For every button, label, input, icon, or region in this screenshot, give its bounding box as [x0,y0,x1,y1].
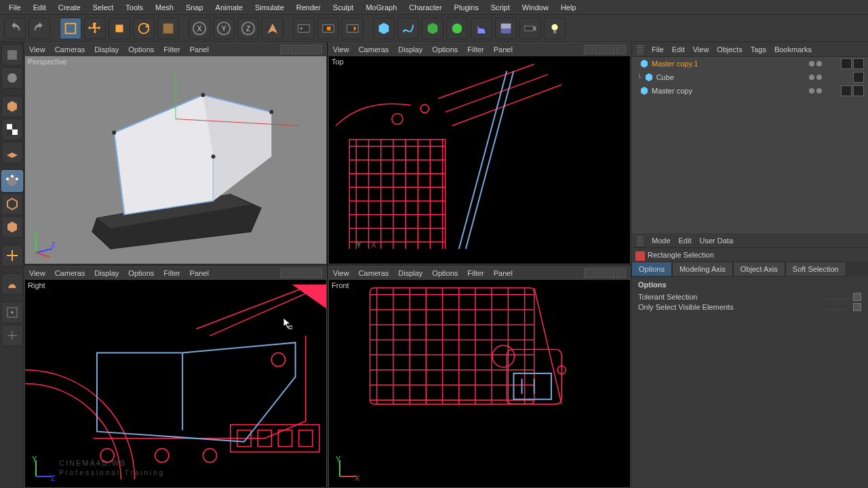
vp-menu-display[interactable]: Display [398,45,422,54]
menu-plugins[interactable]: Plugins [448,1,485,14]
viewport-top[interactable]: View Cameras Display Options Filter Pane… [328,42,631,264]
vp-menu-cameras[interactable]: Cameras [55,269,85,277]
vp-nav-icon[interactable] [313,45,322,54]
viewport-right[interactable]: View Cameras Display Options Filter Pane… [24,266,327,488]
redo-button[interactable] [28,18,50,39]
am-menu-userdata[interactable]: User Data [700,237,734,245]
vp-menu-panel[interactable]: Panel [494,45,513,54]
vp-menu-view[interactable]: View [333,269,349,277]
menu-mesh[interactable]: Mesh [149,1,180,14]
vp-nav-icon[interactable] [584,45,593,54]
render-settings-button[interactable] [342,18,363,39]
vp-menu-panel[interactable]: Panel [190,269,209,277]
vp-nav-icon[interactable] [280,45,290,54]
render-region-button[interactable] [317,18,339,39]
object-row[interactable]: └ Cube [631,70,868,84]
checkbox[interactable] [853,293,861,301]
am-menu-edit[interactable]: Edit [679,237,692,245]
x-axis-button[interactable]: X [189,18,210,39]
om-menu-view[interactable]: View [693,45,709,54]
snap-enable-button[interactable] [1,302,23,323]
live-select-button[interactable] [60,18,81,39]
menu-sculpt[interactable]: Sculpt [327,1,360,14]
vp-menu-options[interactable]: Options [432,45,458,54]
add-deformer-button[interactable] [471,18,492,39]
vp-nav-icon[interactable] [606,268,615,278]
add-light-button[interactable] [544,18,566,39]
vp-nav-icon[interactable] [313,268,322,278]
viewport-perspective[interactable]: View Cameras Display Options Filter Pane… [24,42,327,264]
scale-tool-button[interactable] [108,18,130,39]
add-cube-button[interactable] [373,18,395,39]
add-environment-button[interactable] [495,18,517,39]
vp-menu-view[interactable]: View [29,45,45,54]
vp-menu-filter[interactable]: Filter [163,269,180,277]
vp-nav-icon[interactable] [302,45,311,54]
add-camera-button[interactable] [519,18,541,39]
vp-menu-filter[interactable]: Filter [163,45,180,54]
vp-menu-filter[interactable]: Filter [467,269,484,277]
tweak-mode-button[interactable] [1,273,23,295]
rotate-tool-button[interactable] [133,18,155,39]
point-mode-button[interactable] [1,170,23,192]
menu-mograph[interactable]: MoGraph [359,1,403,14]
viewport-front[interactable]: View Cameras Display Options Filter Pane… [328,266,631,488]
menu-snap[interactable]: Snap [180,1,210,14]
menu-select[interactable]: Select [87,1,120,14]
menu-help[interactable]: Help [555,1,583,14]
make-editable-button[interactable] [1,44,23,66]
om-menu-edit[interactable]: Edit [672,45,685,54]
vp-nav-icon[interactable] [291,45,300,54]
vp-menu-cameras[interactable]: Cameras [359,45,389,54]
vp-menu-display[interactable]: Display [94,269,119,277]
last-tool-button[interactable] [157,18,179,39]
render-view-button[interactable] [293,18,315,39]
panel-grip-icon[interactable] [637,236,644,245]
object-row[interactable]: Master copy.1 [631,57,868,70]
add-generator-button[interactable] [446,18,468,39]
attr-tab[interactable]: Modeling Axis [672,262,733,277]
vp-menu-panel[interactable]: Panel [190,45,209,54]
texture-mode-button[interactable] [1,119,23,140]
vp-nav-icon[interactable] [595,268,604,278]
attr-tab[interactable]: Options [631,262,672,277]
tag-icon[interactable] [841,58,852,69]
vp-menu-view[interactable]: View [29,269,45,277]
undo-button[interactable] [4,18,26,39]
vp-menu-display[interactable]: Display [398,269,422,277]
model-mode-button[interactable] [1,67,23,89]
menu-create[interactable]: Create [52,1,87,14]
am-menu-mode[interactable]: Mode [652,237,671,245]
menu-window[interactable]: Window [516,1,555,14]
vp-menu-filter[interactable]: Filter [467,45,484,54]
snap-settings-button[interactable] [1,325,23,346]
polygon-mode-button[interactable] [1,216,23,238]
menu-script[interactable]: Script [485,1,516,14]
add-nurbs-button[interactable] [422,18,443,39]
attr-tab[interactable]: Object Axis [733,262,785,277]
vp-menu-view[interactable]: View [333,45,349,54]
menu-simulate[interactable]: Simulate [249,1,290,14]
vp-nav-icon[interactable] [302,268,311,278]
vp-menu-cameras[interactable]: Cameras [359,269,389,277]
panel-grip-icon[interactable] [637,45,644,54]
object-mode-button[interactable] [1,96,23,117]
vp-nav-icon[interactable] [595,45,604,54]
vp-nav-icon[interactable] [584,268,593,278]
menu-file[interactable]: File [3,1,27,14]
coord-system-button[interactable] [262,18,283,39]
vp-menu-options[interactable]: Options [128,269,154,277]
om-menu-file[interactable]: File [652,45,664,54]
y-axis-button[interactable]: Y [213,18,235,39]
edge-mode-button[interactable] [1,193,23,215]
vp-menu-options[interactable]: Options [432,269,458,277]
vp-menu-cameras[interactable]: Cameras [55,45,85,54]
vp-nav-icon[interactable] [291,268,300,278]
add-spline-button[interactable] [397,18,419,39]
vp-menu-display[interactable]: Display [94,45,119,54]
vp-nav-icon[interactable] [616,45,626,54]
tag-icon[interactable] [841,85,852,96]
menu-animate[interactable]: Animate [210,1,249,14]
menu-render[interactable]: Render [290,1,327,14]
tag-icon[interactable] [853,85,864,96]
